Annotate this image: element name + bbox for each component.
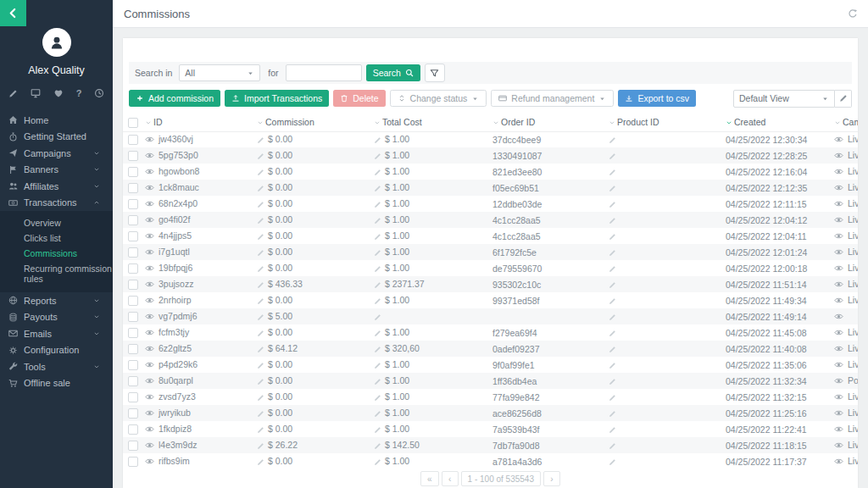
table-row[interactable]: 4n4jjps5$ 0.00$ 1.004c1cc28aa504/25/2022… (123, 228, 858, 244)
pencil-icon[interactable] (609, 184, 616, 194)
eye-icon[interactable] (834, 264, 843, 274)
table-row[interactable]: zvsd7yz3$ 0.00$ 1.0077fa99e84204/25/2022… (123, 389, 858, 405)
eye-icon[interactable] (145, 393, 154, 403)
pencil-icon[interactable] (609, 216, 616, 226)
pencil-icon[interactable] (257, 264, 264, 274)
pencil-icon[interactable] (374, 280, 381, 291)
pencil-icon[interactable] (257, 248, 264, 258)
column-header-camp[interactable]: Camp (831, 114, 858, 131)
sidebar-item-tools[interactable]: Tools (0, 358, 113, 375)
row-checkbox[interactable] (128, 231, 138, 241)
table-row[interactable]: 6z2gltz5$ 64.12$ 320,600adef0923704/25/2… (123, 341, 858, 357)
pencil-icon[interactable] (609, 458, 616, 468)
import-transactions-button[interactable]: Import Transactions (225, 90, 329, 107)
question-icon[interactable]: ? (76, 88, 82, 98)
eye-icon[interactable] (145, 361, 154, 371)
refresh-button[interactable] (848, 8, 858, 19)
sidebar-item-campaigns[interactable]: Campaigns (0, 145, 113, 162)
row-checkbox[interactable] (128, 183, 138, 193)
back-button[interactable] (0, 0, 26, 26)
table-row[interactable]: 68n2x4p0$ 0.00$ 1.0012ddbe03de04/25/2022… (123, 196, 858, 212)
eye-icon[interactable] (145, 264, 154, 274)
pencil-icon[interactable] (374, 377, 381, 387)
pencil-icon[interactable] (257, 200, 264, 210)
row-checkbox[interactable] (128, 408, 138, 419)
eye-icon[interactable] (834, 152, 843, 162)
sidebar-item-banners[interactable]: Banners (0, 162, 113, 179)
table-row[interactable]: go4fi02f$ 0.00$ 1.004c1cc28aa504/25/2022… (123, 212, 858, 228)
refund-management-button[interactable]: Refund management (491, 90, 614, 107)
pencil-icon[interactable] (257, 136, 264, 146)
eye-icon[interactable] (834, 393, 843, 403)
table-row[interactable]: jw4360vj$ 0.00$ 1.0037dcc4bee904/25/2022… (123, 131, 858, 147)
row-checkbox[interactable] (128, 312, 138, 322)
eye-icon[interactable] (145, 297, 154, 307)
row-checkbox[interactable] (128, 392, 138, 402)
pencil-icon[interactable] (609, 361, 616, 371)
pencil-icon[interactable] (257, 345, 264, 355)
eye-icon[interactable] (145, 329, 154, 339)
pencil-icon[interactable] (374, 136, 381, 146)
sidebar-item-getting-started[interactable]: Getting Started (0, 129, 113, 146)
search-button[interactable]: Search (366, 64, 420, 81)
pencil-icon[interactable] (609, 441, 616, 452)
eye-icon[interactable] (145, 232, 154, 242)
eye-icon[interactable] (834, 136, 843, 146)
pencil-icon[interactable] (374, 216, 381, 226)
row-checkbox[interactable] (128, 360, 138, 370)
pencil-icon[interactable] (609, 393, 616, 403)
column-header-product-id[interactable]: Product ID (605, 114, 722, 131)
eye-icon[interactable] (145, 136, 154, 146)
sidebar-item-affiliates[interactable]: Affiliates (0, 178, 113, 195)
eye-icon[interactable] (145, 458, 154, 468)
table-row[interactable]: 5pg753p0$ 0.00$ 1.00133049108704/25/2022… (123, 147, 858, 164)
sidebar-item-emails[interactable]: Emails (0, 325, 113, 342)
row-checkbox[interactable] (128, 344, 138, 354)
table-row[interactable]: 19bfpqj6$ 0.00$ 1.00de7955967004/25/2022… (123, 260, 858, 276)
table-row[interactable]: fcfm3tjy$ 0.00$ 1.00f279ea69f404/25/2022… (123, 324, 858, 341)
pencil-icon[interactable] (374, 152, 381, 162)
table-row[interactable]: vg7pdmj6$ 5.0004/25/2022 11:49:14 (123, 308, 858, 324)
eye-icon[interactable] (145, 200, 154, 210)
table-row[interactable]: 8u0qarpl$ 0.00$ 1.001ff36db4ea04/25/2022… (123, 373, 858, 389)
pencil-icon[interactable] (609, 329, 616, 339)
eye-icon[interactable] (834, 313, 843, 323)
eye-icon[interactable] (834, 409, 843, 419)
eye-icon[interactable] (145, 168, 154, 178)
clock-icon[interactable] (94, 88, 104, 98)
table-row[interactable]: jwryikub$ 0.00$ 1.00ace86256d804/25/2022… (123, 405, 858, 421)
row-checkbox[interactable] (128, 151, 138, 161)
row-checkbox[interactable] (128, 296, 138, 306)
eye-icon[interactable] (145, 409, 154, 419)
eye-icon[interactable] (834, 280, 843, 291)
pencil-icon[interactable] (374, 297, 381, 307)
submenu-item-recurring-commission-rules[interactable]: Recurring commission rules (0, 261, 113, 286)
pencil-icon[interactable] (257, 232, 264, 242)
eye-icon[interactable] (834, 425, 843, 435)
pencil-icon[interactable] (257, 409, 264, 419)
pencil-icon[interactable] (374, 200, 381, 210)
select-all-checkbox[interactable] (128, 118, 138, 128)
pencil-icon[interactable] (609, 345, 616, 355)
eye-icon[interactable] (145, 345, 154, 355)
filter-button[interactable] (425, 64, 445, 82)
pencil-icon[interactable] (374, 458, 381, 468)
eye-icon[interactable] (145, 248, 154, 258)
sidebar-item-payouts[interactable]: Payouts (0, 309, 113, 326)
submenu-item-clicks-list[interactable]: Clicks list (0, 230, 113, 246)
eye-icon[interactable] (834, 200, 843, 210)
avatar[interactable] (42, 28, 71, 57)
table-row[interactable]: hgowbon8$ 0.00$ 1.00821ed3ee8004/25/2022… (123, 164, 858, 180)
pencil-icon[interactable] (609, 425, 616, 435)
pencil-icon[interactable] (609, 313, 616, 323)
column-header-total-cost[interactable]: Total Cost (370, 114, 489, 131)
eye-icon[interactable] (145, 216, 154, 226)
table-row[interactable]: 1fkdpiz8$ 0.00$ 1.007a9539b43f04/25/2022… (123, 421, 858, 437)
pencil-icon[interactable] (257, 425, 264, 435)
row-checkbox[interactable] (128, 167, 138, 177)
row-checkbox[interactable] (128, 424, 138, 435)
eye-icon[interactable] (145, 152, 154, 162)
pencil-icon[interactable] (257, 458, 264, 468)
row-checkbox[interactable] (128, 376, 138, 386)
first-page-button[interactable]: « (420, 471, 439, 486)
